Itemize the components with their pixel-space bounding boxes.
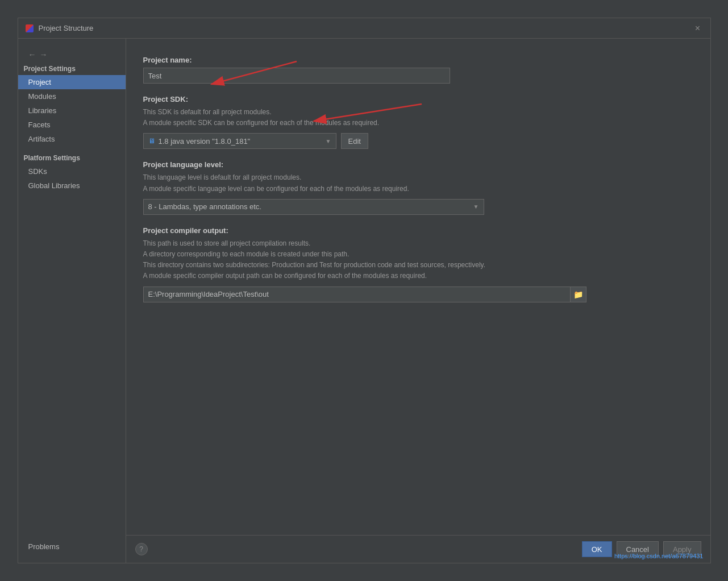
titlebar: Project Structure × (18, 18, 710, 39)
app-icon (25, 24, 34, 33)
sidebar-item-libraries[interactable]: Libraries (18, 103, 126, 118)
main-area: Project name: Project SDK: This SDK is d… (126, 39, 710, 563)
footer-left: ? (135, 543, 148, 555)
close-button[interactable]: × (692, 23, 704, 34)
sdk-dropdown-inner: 🖥 1.8 java version "1.8.0_181" (148, 137, 251, 146)
help-button[interactable]: ? (135, 543, 148, 555)
sidebar-item-sdks[interactable]: SDKs (18, 164, 126, 179)
sidebar: ← → Project Settings Project Modules Lib… (18, 39, 126, 563)
project-structure-dialog: Project Structure × ← → Project Settings… (18, 18, 711, 563)
compiler-output-row: 📁 (143, 287, 586, 302)
sidebar-item-facets[interactable]: Facets (18, 118, 126, 132)
compiler-description: This path is used to store all project c… (143, 238, 693, 282)
watermark: https://blog.csdn.net/a67879431 (614, 553, 704, 559)
compiler-output-input[interactable] (144, 288, 570, 301)
sidebar-item-artifacts[interactable]: Artifacts (18, 132, 126, 146)
forward-button[interactable]: → (40, 50, 48, 59)
back-button[interactable]: ← (28, 50, 36, 59)
nav-problems-section: Problems (18, 535, 126, 558)
nav-arrows: ← → (24, 48, 131, 61)
project-language-level-label: Project language level: (143, 160, 693, 169)
sidebar-item-global-libraries[interactable]: Global Libraries (18, 179, 126, 193)
sidebar-item-problems[interactable]: Problems (18, 540, 126, 554)
project-compiler-output-label: Project compiler output: (143, 226, 693, 235)
nav-separator (18, 146, 126, 151)
sdk-dropdown[interactable]: 🖥 1.8 java version "1.8.0_181" ▼ (143, 133, 336, 149)
browse-folder-button[interactable]: 📁 (570, 287, 586, 302)
project-name-input[interactable] (143, 68, 450, 84)
platform-settings-header: Platform Settings (18, 151, 126, 164)
app-icon-shape (26, 24, 34, 32)
lang-level-value: 8 - Lambdas, type annotations etc. (148, 202, 261, 211)
dialog-title: Project Structure (39, 24, 94, 32)
ok-button[interactable]: OK (582, 541, 612, 557)
project-name-label: Project name: (143, 56, 693, 64)
sidebar-item-modules[interactable]: Modules (18, 89, 126, 103)
sdk-icon: 🖥 (148, 137, 155, 145)
project-sdk-label: Project SDK: (143, 95, 693, 103)
title-left: Project Structure (25, 24, 94, 33)
project-settings-header: Project Settings (18, 61, 126, 75)
content-wrapper: Project name: Project SDK: This SDK is d… (126, 39, 710, 535)
lang-dropdown-arrow: ▼ (473, 204, 479, 210)
sdk-dropdown-arrow: ▼ (326, 138, 331, 144)
sidebar-item-project[interactable]: Project (18, 75, 126, 89)
sdk-description: This SDK is default for all project modu… (143, 107, 693, 128)
edit-sdk-button[interactable]: Edit (341, 133, 368, 149)
sdk-version: 1.8 java version "1.8.0_181" (159, 137, 251, 146)
dialog-body: ← → Project Settings Project Modules Lib… (18, 39, 710, 563)
lang-description: This language level is default for all p… (143, 172, 693, 194)
folder-icon: 📁 (573, 290, 583, 299)
sdk-row: 🖥 1.8 java version "1.8.0_181" ▼ Edit (143, 133, 693, 149)
language-level-dropdown[interactable]: 8 - Lambdas, type annotations etc. ▼ (143, 199, 484, 215)
